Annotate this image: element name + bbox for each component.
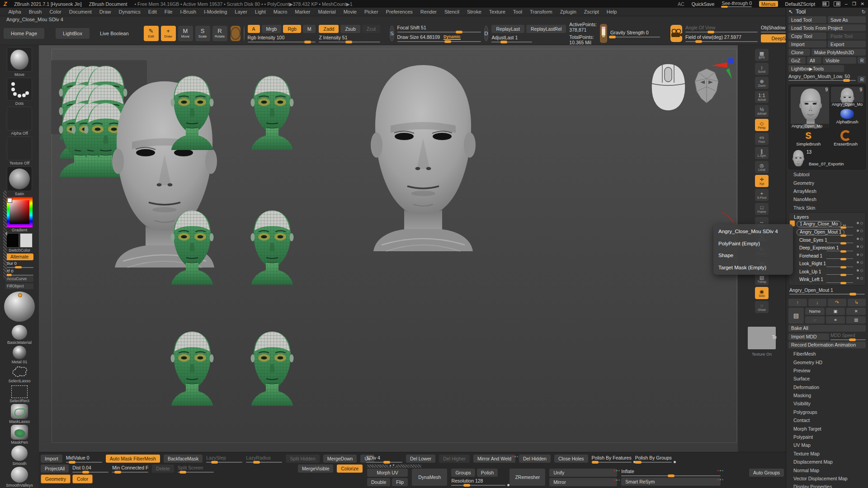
main-sculpt-head[interactable]: [371, 65, 476, 251]
close-button[interactable]: ✕: [861, 1, 864, 6]
flip-button[interactable]: Flip: [392, 478, 408, 486]
right-shelf-button[interactable]: ▧ Transp: [755, 273, 769, 285]
paint-mode-button[interactable]: M: [303, 25, 316, 33]
tool-section-header[interactable]: FiberMesh: [788, 350, 866, 358]
color-preview-sphere[interactable]: [4, 291, 35, 322]
layer-eye-icons[interactable]: [857, 222, 863, 225]
bottom-shelf-control[interactable]: Del Higher: [439, 455, 470, 463]
copy-tool-button[interactable]: Copy Tool: [788, 33, 826, 39]
layer-intensity-track[interactable]: [826, 258, 853, 259]
unify-button[interactable]: Unify: [549, 469, 617, 477]
layer-arrow-button[interactable]: ↳: [848, 299, 866, 306]
gradient-label[interactable]: Gradient: [12, 228, 28, 233]
bottom-tab[interactable]: Color: [72, 474, 93, 483]
layer-stack-button[interactable]: ≡: [826, 316, 845, 324]
bottom-shelf-control[interactable]: Del Hidden: [519, 455, 551, 463]
import-tool-button[interactable]: Import: [788, 41, 826, 47]
lightbox-tools-button[interactable]: Lightbox▶Tools: [788, 65, 844, 72]
bottom-shelf-control[interactable]: Split Screen: [178, 465, 214, 473]
save-as-button[interactable]: Save As: [828, 16, 866, 23]
paint-mode-button[interactable]: Rgb: [283, 25, 301, 33]
bottom-shelf-control[interactable]: Polish By Groups: [635, 455, 672, 463]
tool-section-header[interactable]: Geometry: [788, 178, 866, 187]
menu-item[interactable]: Zplugin: [556, 9, 580, 15]
field-of-view-slider[interactable]: Field of view(deg) 27.5977: [685, 34, 758, 42]
tool-section-header[interactable]: Polygroups: [788, 408, 866, 416]
tool-section-header[interactable]: UV Map: [788, 441, 866, 449]
fillobject-button[interactable]: FillObject: [5, 283, 33, 289]
layer-row[interactable]: 1 Angry_Close_Mo ↔: [797, 221, 864, 228]
default-zscript-button[interactable]: DefaultZScript: [785, 1, 816, 7]
layer-row[interactable]: Forehead 1: [797, 252, 864, 260]
replay-last-button[interactable]: ReplayLast: [491, 25, 524, 33]
sculpt-mode-button[interactable]: Zsub: [340, 25, 360, 33]
tool-section-header[interactable]: Contact: [788, 416, 866, 424]
tool-section-header[interactable]: Deformation: [788, 383, 866, 391]
menu-item[interactable]: File: [160, 9, 176, 15]
polypaint-head-column[interactable]: [171, 76, 294, 406]
layer-intensity-track[interactable]: [826, 227, 853, 227]
bottom-shelf-control[interactable]: Dist 0.04: [72, 465, 108, 473]
menus-toggle-button[interactable]: Menus: [759, 1, 778, 7]
layer-row[interactable]: Look_Up 1: [797, 268, 864, 276]
secondary-color-swatch[interactable]: [20, 233, 33, 248]
panel-reset-icon[interactable]: ↻: [862, 9, 866, 15]
right-shelf-button[interactable]: ⊕ Zoom: [755, 77, 769, 89]
menu-item[interactable]: Material: [314, 9, 340, 15]
layer-eye-icons[interactable]: [857, 230, 863, 232]
see-through-slider[interactable]: See-through 0: [722, 0, 752, 7]
menu-item[interactable]: Help: [603, 9, 621, 15]
accucurve-button[interactable]: AccuCurve: [5, 276, 33, 282]
mode-button[interactable]: + Draw: [161, 26, 176, 41]
bottom-shelf-control[interactable]: Polish By Features: [592, 455, 632, 463]
popup-item[interactable]: PolyPaint (Empty): [718, 241, 788, 246]
right-shelf-button[interactable]: ↕ Scroll: [755, 63, 769, 75]
menu-item[interactable]: Picker: [360, 9, 382, 15]
simple-brush-item[interactable]: S SimpleBrush: [791, 129, 826, 147]
lightbox-button[interactable]: LightBox: [56, 28, 90, 39]
load-tools-from-project-button[interactable]: Load Tools From Project: [788, 24, 866, 31]
select-lasso-icon[interactable]: [10, 365, 28, 378]
stroke-curve-icon[interactable]: S: [390, 26, 394, 41]
sculpt-mode-button[interactable]: Zadd: [319, 25, 339, 33]
camera-icon[interactable]: [670, 25, 682, 42]
right-shelf-button[interactable]: 1:1 Actual: [755, 91, 769, 103]
bottom-shelf-control[interactable]: Import: [41, 455, 62, 463]
menu-item[interactable]: Marker: [291, 9, 314, 15]
bottom-tab[interactable]: Geometry: [41, 474, 71, 483]
layer-arrow-button[interactable]: ↷: [828, 299, 846, 306]
switch-color-button[interactable]: SwitchColor: [9, 248, 30, 253]
right-shelf-button[interactable]: ✛ Xyz: [755, 175, 769, 187]
menu-item[interactable]: Dynamics: [115, 9, 144, 15]
bottom-shelf-control[interactable]: BackfaceMask: [164, 455, 203, 463]
menu-item[interactable]: Stencil: [440, 9, 463, 15]
bottom-shelf-control[interactable]: LazyRadius: [246, 455, 282, 463]
tool-section-header[interactable]: Masking: [788, 391, 866, 399]
material-thumbnail[interactable]: [7, 166, 32, 191]
document-canvas[interactable]: [39, 45, 738, 452]
replay-icon[interactable]: D: [484, 26, 489, 41]
menu-item[interactable]: Document: [65, 9, 95, 15]
current-tool-thumbnail[interactable]: 9 Angry_Open_Mo: [791, 87, 829, 128]
main-color-swatch[interactable]: [6, 233, 19, 248]
double-button[interactable]: Double: [367, 478, 390, 486]
mdd-speed-slider[interactable]: MDD Speed: [830, 333, 866, 340]
layer-intensity-track[interactable]: [826, 235, 853, 235]
goz-button[interactable]: GoZ: [788, 57, 806, 64]
tool-section-header[interactable]: Preview: [788, 366, 866, 375]
bottom-shelf-control[interactable]: MergeDown: [323, 455, 357, 463]
layer-eye-icons[interactable]: [857, 269, 863, 272]
tool-section-header[interactable]: Visibility: [788, 399, 866, 408]
layer-delete-button[interactable]: ✕: [846, 308, 866, 315]
load-tool-button[interactable]: Load Tool: [788, 16, 826, 23]
tool-name-slider[interactable]: Angry_Open_Mouth_Low. 50 R: [788, 74, 866, 83]
layer-arrow-button[interactable]: ↑: [788, 299, 807, 306]
recent-tool-thumbnail[interactable]: 9 Angry_Open_Mo: [831, 87, 863, 107]
popup-item[interactable]: Angry_Close_Mou SDiv 4: [718, 229, 788, 234]
alternate-button[interactable]: Alternate: [5, 253, 33, 260]
menu-item[interactable]: Light: [251, 9, 269, 15]
menu-item[interactable]: Zscript: [580, 9, 603, 15]
layer-intensity-track[interactable]: [826, 251, 853, 251]
layer-intensity-knob[interactable]: [840, 282, 846, 284]
smart-resym-button[interactable]: Smart ReSym: [621, 478, 721, 486]
